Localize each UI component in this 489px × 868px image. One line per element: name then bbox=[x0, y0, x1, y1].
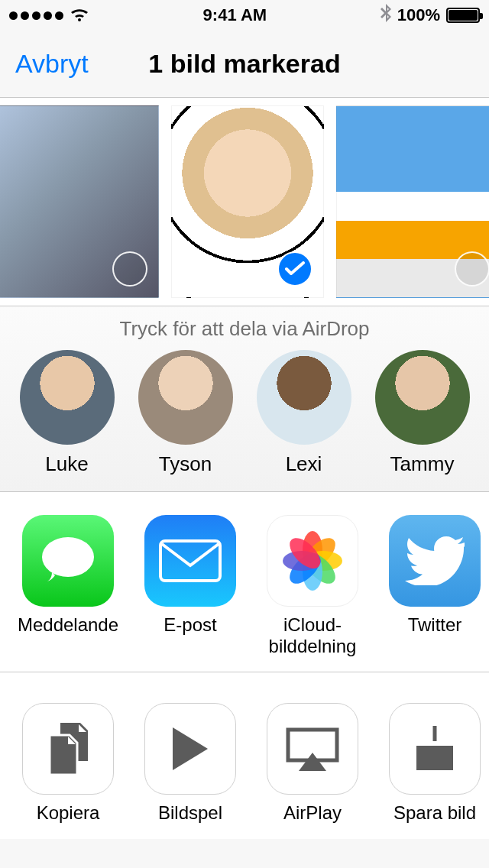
avatar bbox=[20, 350, 115, 445]
contact-name: Lexi bbox=[286, 452, 322, 476]
selection-circle-icon[interactable] bbox=[112, 251, 147, 287]
actions-section: Kopiera Bildspel AirPlay Spara bild bbox=[0, 672, 489, 839]
photo-thumbnail[interactable] bbox=[336, 105, 489, 298]
action-slideshow[interactable]: Bildspel bbox=[141, 703, 240, 824]
action-label: Bildspel bbox=[158, 802, 222, 824]
selection-circle-icon[interactable] bbox=[455, 251, 489, 287]
messages-icon bbox=[22, 515, 114, 607]
action-airplay[interactable]: AirPlay bbox=[263, 703, 362, 824]
action-label: Kopiera bbox=[37, 802, 100, 824]
selection-checkmark-icon[interactable] bbox=[277, 251, 313, 287]
airdrop-contact[interactable]: Luke bbox=[10, 350, 125, 476]
share-app-twitter[interactable]: Twitter bbox=[385, 515, 484, 656]
action-copy[interactable]: Kopiera bbox=[18, 703, 118, 824]
airdrop-contacts-row: Luke Tyson Lexi Tammy bbox=[0, 350, 489, 476]
action-label: Spara bild bbox=[393, 802, 476, 824]
action-save-image[interactable]: Spara bild bbox=[385, 703, 484, 824]
app-label: iCloud-bilddelning bbox=[263, 614, 362, 656]
avatar bbox=[257, 350, 351, 445]
photo-thumbnail[interactable] bbox=[171, 105, 324, 298]
battery-icon bbox=[446, 8, 480, 23]
action-label: AirPlay bbox=[283, 802, 342, 824]
avatar bbox=[375, 350, 470, 445]
photo-thumbnail[interactable] bbox=[0, 105, 159, 298]
app-label: Twitter bbox=[408, 614, 462, 636]
share-app-messages[interactable]: Meddelande bbox=[18, 515, 118, 656]
signal-strength-icon bbox=[9, 11, 63, 20]
app-label: Meddelande bbox=[18, 614, 118, 636]
mail-icon bbox=[144, 515, 236, 607]
battery-percentage: 100% bbox=[397, 5, 440, 25]
svg-rect-12 bbox=[416, 741, 453, 746]
copy-icon bbox=[22, 703, 114, 795]
status-left bbox=[9, 8, 89, 23]
photos-icon bbox=[267, 515, 358, 607]
download-icon bbox=[389, 703, 481, 795]
photo-strip[interactable] bbox=[0, 98, 489, 306]
bluetooth-icon bbox=[381, 4, 391, 27]
share-app-mail[interactable]: E-post bbox=[141, 515, 240, 656]
nav-bar: Avbryt 1 bild markerad bbox=[0, 31, 489, 98]
airdrop-prompt: Tryck för att dela via AirDrop bbox=[0, 317, 489, 341]
twitter-icon bbox=[389, 515, 481, 607]
contact-name: Tammy bbox=[390, 452, 455, 476]
cancel-button[interactable]: Avbryt bbox=[15, 49, 89, 79]
wifi-icon bbox=[70, 8, 89, 23]
airdrop-contact[interactable]: Lexi bbox=[247, 350, 361, 476]
avatar bbox=[138, 350, 233, 445]
share-apps-row[interactable]: Meddelande E-post bbox=[0, 515, 489, 656]
app-label: E-post bbox=[164, 614, 216, 636]
airdrop-contact[interactable]: Tyson bbox=[128, 350, 243, 476]
airdrop-contact[interactable]: Tammy bbox=[365, 350, 480, 476]
share-app-icloud-photo-sharing[interactable]: iCloud-bilddelning bbox=[263, 515, 362, 656]
airdrop-section: Tryck för att dela via AirDrop Luke Tyso… bbox=[0, 306, 489, 492]
contact-name: Tyson bbox=[159, 452, 212, 476]
airplay-icon bbox=[267, 703, 358, 795]
actions-row[interactable]: Kopiera Bildspel AirPlay Spara bild bbox=[0, 703, 489, 824]
contact-name: Luke bbox=[45, 452, 88, 476]
share-apps-section: Meddelande E-post bbox=[0, 492, 489, 672]
play-icon bbox=[144, 703, 236, 795]
status-right: 100% bbox=[381, 4, 480, 27]
status-time: 9:41 AM bbox=[203, 5, 267, 25]
status-bar: 9:41 AM 100% bbox=[0, 0, 489, 31]
svg-rect-1 bbox=[160, 541, 220, 581]
svg-point-0 bbox=[42, 537, 94, 577]
